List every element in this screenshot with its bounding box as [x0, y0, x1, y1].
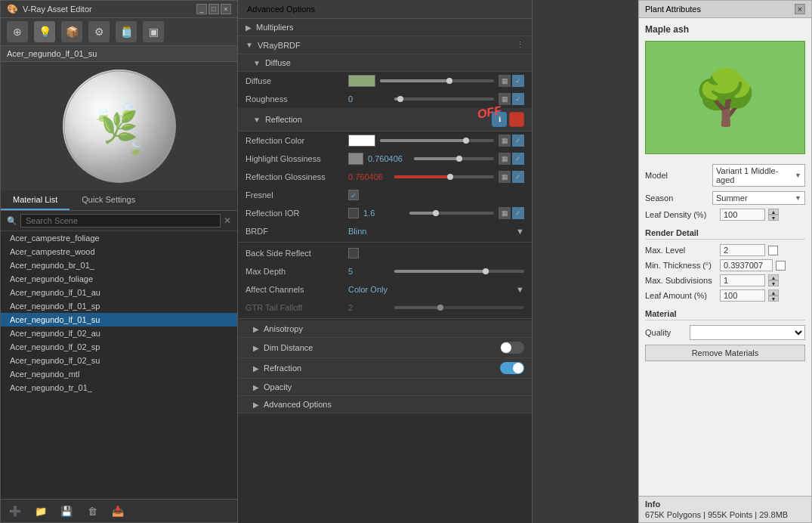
list-item[interactable]: Acer_negundo_lf_01_sp [1, 299, 237, 313]
hg-link-icon[interactable]: ✓ [512, 153, 524, 165]
refraction-toggle[interactable] [500, 362, 524, 374]
footer-folder-icon[interactable]: 📁 [32, 503, 49, 519]
roughness-link-icon[interactable]: ✓ [512, 93, 524, 105]
rc-link-icon[interactable]: ✓ [512, 135, 524, 147]
roughness-slider[interactable] [394, 97, 494, 101]
rg-texture-icon[interactable]: ▦ [499, 171, 511, 183]
leaf-amount-down[interactable]: ▼ [768, 296, 779, 302]
vraybrdf-menu-icon[interactable]: ⋮ [516, 40, 524, 50]
reflection-toggle-button[interactable] [509, 112, 524, 127]
ior-texture-icon[interactable]: ▦ [499, 207, 511, 219]
remove-materials-button[interactable]: Remove Materials [645, 345, 805, 361]
max-subdivisions-input[interactable] [720, 274, 765, 286]
list-item[interactable]: Acer_negundo_mtl [1, 367, 237, 381]
minimize-button[interactable]: _ [196, 4, 207, 14]
highlight-glossiness-slider[interactable] [414, 157, 494, 160]
max-level-input[interactable] [720, 244, 765, 256]
object-icon[interactable]: 📦 [61, 21, 82, 42]
max-subdivisions-down[interactable]: ▼ [768, 280, 779, 286]
dim-distance-toggle[interactable] [500, 342, 524, 354]
list-item[interactable]: Acer_negundo_tr_01_ [1, 381, 237, 395]
section-anisotropy[interactable]: ▶ Anisotropy [238, 320, 532, 338]
list-item[interactable]: Acer_campestre_wood [1, 245, 237, 258]
leaf-density-up[interactable]: ▲ [768, 209, 779, 215]
plant-close-button[interactable]: × [795, 4, 805, 14]
search-input[interactable] [20, 214, 221, 227]
reflection-label: Reflection [265, 115, 302, 124]
back-side-reflect-label: Back Side Reflect [245, 249, 344, 258]
affect-channels-expand-icon[interactable]: ▼ [516, 285, 524, 294]
max-level-label: Max. Level [645, 246, 717, 255]
min-thickness-input[interactable] [720, 259, 773, 271]
highlight-glossiness-swatch[interactable] [348, 153, 363, 165]
render-icon[interactable]: 🫙 [116, 21, 137, 42]
tab-material-list[interactable]: Material List [1, 190, 69, 210]
rc-texture-icon[interactable]: ▦ [499, 135, 511, 147]
gtr-tail-falloff-value: 2 [348, 303, 390, 312]
leaf-amount-input[interactable] [720, 289, 765, 302]
vray-titlebar: 🎨 V-Ray Asset Editor _ □ × [1, 1, 237, 18]
leaf-density-input[interactable] [720, 209, 765, 221]
reflection-color-slider[interactable] [380, 139, 494, 142]
search-clear-icon[interactable]: ✕ [224, 215, 231, 226]
reflection-ior-slider[interactable] [409, 212, 494, 215]
link-icon[interactable]: ✓ [512, 75, 524, 87]
max-level-checkbox[interactable] [768, 246, 778, 255]
reflection-info-button[interactable]: ℹ [492, 112, 507, 127]
brdf-expand-icon[interactable]: ▼ [516, 227, 524, 236]
material-icon[interactable]: 💡 [34, 21, 55, 42]
section-refraction[interactable]: ▶ Refraction [238, 358, 532, 379]
rg-link-icon[interactable]: ✓ [512, 171, 524, 183]
maximize-button[interactable]: □ [208, 4, 219, 14]
list-item[interactable]: Acer_negundo_lf_02_au [1, 326, 237, 340]
section-opacity[interactable]: ▶ Opacity [238, 379, 532, 396]
reflection-glossiness-slider[interactable] [394, 175, 494, 178]
section-dim-distance[interactable]: ▶ Dim Distance [238, 338, 532, 358]
roughness-texture-icon[interactable]: ▦ [499, 93, 511, 105]
footer-add-icon[interactable]: ➕ [7, 503, 23, 519]
model-dropdown[interactable]: Variant 1 Middle-aged ▼ [712, 164, 805, 187]
min-thickness-checkbox[interactable] [776, 261, 786, 271]
list-item[interactable]: Acer_negundo_lf_02_sp [1, 340, 237, 354]
list-item[interactable]: Acer_negundo_lf_02_su [1, 354, 237, 367]
add-icon[interactable]: ⊕ [7, 21, 28, 42]
fresnel-checkbox[interactable]: ✓ [348, 190, 359, 200]
season-dropdown[interactable]: Summer ▼ [712, 191, 805, 205]
section-vraybrdf[interactable]: ▼ VRayBRDF ⋮ [238, 36, 532, 54]
chevron-down-diffuse-icon: ▼ [253, 59, 261, 67]
hg-texture-icon[interactable]: ▦ [499, 153, 511, 165]
section-diffuse[interactable]: ▼ Diffuse [238, 54, 532, 72]
ior-link-icon[interactable]: ✓ [512, 207, 524, 219]
max-depth-slider[interactable] [394, 270, 524, 273]
list-item[interactable]: Acer_negundo_br_01_ [1, 258, 237, 272]
list-item[interactable]: Acer_campestre_foliage [1, 231, 237, 245]
section-reflection[interactable]: ▼ Reflection ℹ OFF [238, 108, 532, 132]
tab-quick-settings[interactable]: Quick Settings [69, 190, 147, 210]
settings-icon[interactable]: ⚙ [88, 21, 110, 42]
list-item[interactable]: Acer_negundo_lf_01_au [1, 286, 237, 299]
list-item[interactable]: Acer_negundo_foliage [1, 272, 237, 286]
svg-point-0 [64, 71, 174, 181]
reflection-color-swatch[interactable] [348, 135, 375, 147]
chevron-right-advanced-icon: ▶ [253, 401, 259, 409]
texture-icon[interactable]: ▦ [499, 75, 511, 87]
close-button-vray[interactable]: × [221, 4, 231, 14]
season-value: Summer [716, 193, 748, 203]
list-item-active[interactable]: Acer_negundo_lf_01_su [1, 313, 237, 326]
footer-trash-icon[interactable]: 🗑 [84, 503, 100, 519]
reflection-ior-checkbox[interactable] [348, 208, 359, 218]
footer-import-icon[interactable]: 📥 [110, 503, 126, 519]
reflection-controls: ℹ OFF [492, 112, 524, 127]
brdf-value: Blinn [348, 227, 511, 236]
back-side-reflect-checkbox[interactable] [348, 248, 359, 258]
leaf-amount-up[interactable]: ▲ [768, 289, 779, 296]
section-multipliers[interactable]: ▶ Multipliers [238, 19, 532, 36]
diffuse-slider[interactable] [380, 79, 494, 82]
diffuse-color-swatch[interactable] [348, 75, 375, 87]
leaf-density-down[interactable]: ▼ [768, 215, 779, 221]
layers-icon[interactable]: ▣ [143, 21, 164, 42]
quality-dropdown[interactable] [690, 325, 805, 340]
footer-save-icon[interactable]: 💾 [58, 503, 75, 519]
section-advanced-options[interactable]: ▶ Advanced Options [238, 396, 532, 413]
max-subdivisions-up[interactable]: ▲ [768, 274, 779, 280]
